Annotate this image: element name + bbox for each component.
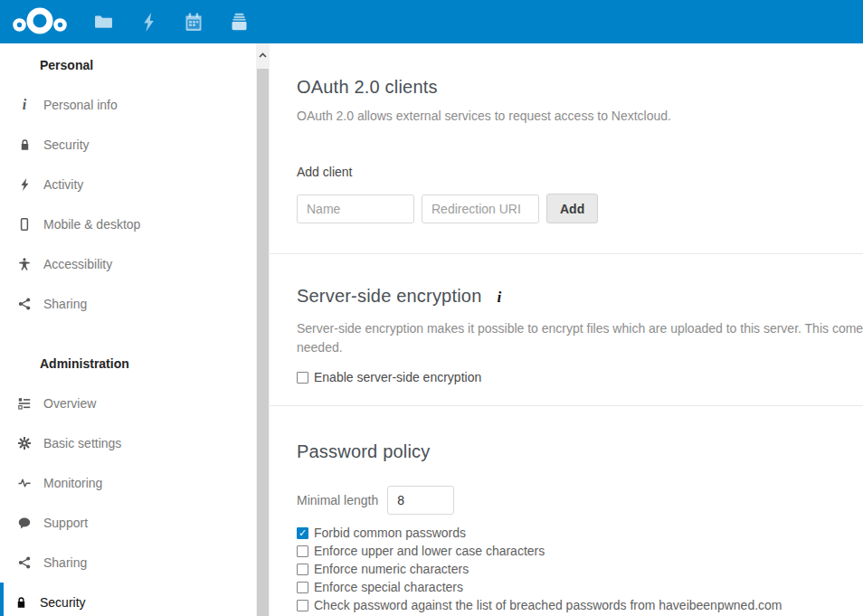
encryption-description: Server-side encryption makes it possible… [297,319,863,357]
sidebar-item-personal-info[interactable]: i Personal info [0,85,256,125]
sidebar-item-security-personal[interactable]: Security [0,125,256,165]
add-client-button[interactable]: Add [546,194,598,223]
scrollbar-thumb[interactable] [257,69,269,616]
gear-icon [18,437,31,450]
enforce-special-checkbox[interactable]: Enforce special characters [297,578,863,596]
folder-icon[interactable] [81,0,126,43]
redirection-uri-input[interactable] [422,194,539,223]
oauth-description: OAuth 2.0 allows external services to re… [297,107,863,125]
chevron-up-icon[interactable] [256,43,270,67]
settings-sidebar: Personal i Personal info Security Activi… [0,43,256,616]
lock-icon [14,596,27,609]
pulse-icon [18,477,31,489]
enforce-upper-lower-checkbox[interactable]: Enforce upper and lower case characters [297,542,863,560]
lightning-icon[interactable] [126,0,171,43]
share-icon [18,298,31,310]
sidebar-item-sharing-personal[interactable]: Sharing [0,284,256,324]
lock-icon [18,138,31,151]
accessibility-icon [18,258,31,270]
sidebar-item-monitoring[interactable]: Monitoring [0,463,256,503]
personal-section-heading: Personal [0,45,256,85]
sidebar-item-support[interactable]: Support [0,503,256,543]
forbid-common-passwords-checkbox[interactable]: Forbid common passwords [297,524,863,542]
enforce-numeric-checkbox[interactable]: Enforce numeric characters [297,560,863,578]
checkbox-box[interactable] [297,545,308,557]
enable-encryption-checkbox[interactable]: Enable server-side encryption [297,370,863,384]
sidebar-item-overview[interactable]: Overview [0,384,256,423]
checkbox-box[interactable] [297,372,308,384]
sidebar-item-security-admin[interactable]: Security [0,583,256,616]
minimal-length-label: Minimal length [297,493,378,507]
oauth-section: OAuth 2.0 clients OAuth 2.0 allows exter… [270,43,863,253]
app-navigation [81,0,261,43]
oauth-section-title: OAuth 2.0 clients [297,76,863,98]
checkbox-box[interactable] [297,527,308,539]
sidebar-item-accessibility[interactable]: Accessibility [0,244,256,284]
checkbox-box[interactable] [297,582,308,593]
check-haveibeenpwned-checkbox[interactable]: Check password against the list of breac… [297,596,863,614]
list-icon [18,397,31,410]
info-icon[interactable]: i [498,289,502,307]
encryption-section: Server-side encryption i Server-side enc… [270,253,863,405]
top-header-bar [0,0,863,43]
encryption-section-title: Server-side encryption [297,285,482,307]
add-client-label: Add client [297,165,863,179]
sidebar-item-mobile-desktop[interactable]: Mobile & desktop [0,204,256,244]
settings-content: OAuth 2.0 clients OAuth 2.0 allows exter… [270,43,863,616]
lightning-icon [18,178,31,191]
calendar-icon[interactable] [171,0,216,43]
archive-icon[interactable] [216,0,261,43]
sidebar-item-activity[interactable]: Activity [0,165,256,204]
administration-section-heading: Administration [0,344,256,384]
sidebar-item-basic-settings[interactable]: Basic settings [0,423,256,463]
sidebar-item-sharing-admin[interactable]: Sharing [0,543,256,583]
phone-icon [18,218,31,231]
password-policy-options: Forbid common passwords Enforce upper an… [297,524,863,614]
chat-icon [18,516,31,529]
client-name-input[interactable] [297,194,414,223]
nextcloud-logo[interactable] [10,5,70,38]
minimal-length-input[interactable] [387,486,454,515]
password-policy-section: Password policy Minimal length Forbid co… [270,405,863,614]
checkbox-box[interactable] [297,564,308,575]
password-policy-title: Password policy [297,441,863,462]
checkbox-box[interactable] [297,600,308,611]
sidebar-scrollbar[interactable] [256,43,270,616]
share-icon [18,556,31,569]
info-icon: i [18,99,31,111]
